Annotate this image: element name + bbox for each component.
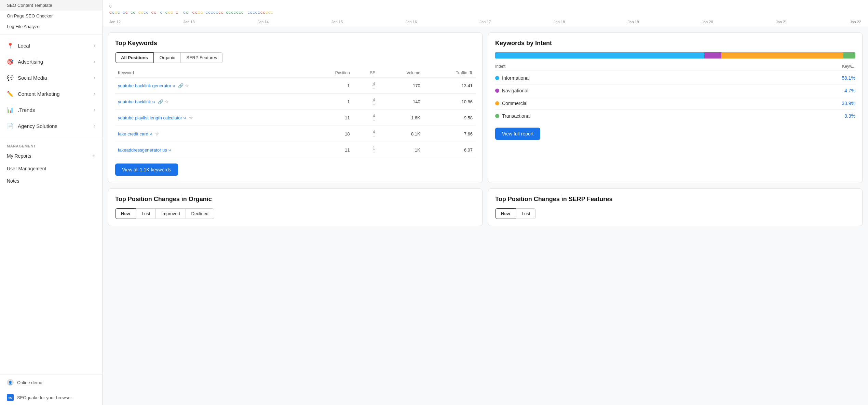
edit-icon: ✏️ — [7, 91, 14, 97]
col-sf: SF — [353, 68, 378, 78]
organic-tab-new[interactable]: New — [115, 208, 136, 219]
view-all-keywords-button[interactable]: View all 1.1K keywords — [115, 164, 178, 176]
trends-icon: 📊 — [7, 107, 14, 113]
star-icon[interactable]: ☆ — [155, 131, 159, 136]
sf-cell: 4-- — [353, 78, 378, 94]
tab-serp-features[interactable]: SERP Features — [181, 52, 223, 63]
keyword-action-icons: 🔗☆ — [158, 99, 169, 104]
sidebar-bottom: 👤 Online demo SQ SEOquake for your brows… — [0, 375, 102, 405]
add-report-icon[interactable]: + — [92, 153, 95, 159]
intent-bar — [495, 52, 855, 58]
management-section-title: MANAGEMENT — [0, 140, 102, 149]
keywords-by-intent-card: Keywords by Intent Intent Keyw... Inform… — [488, 32, 863, 183]
seoquake-icon: SQ — [7, 394, 14, 401]
table-row: fake credit card ›› ☆184--8.1K7.66 — [115, 126, 475, 142]
sf-cell: 4-- — [353, 110, 378, 126]
sidebar-item-notes[interactable]: Notes — [0, 175, 102, 187]
star-icon[interactable]: ☆ — [165, 99, 169, 104]
intent-bar-segment-commercial — [721, 52, 843, 58]
sidebar-item-social-media[interactable]: 💬 Social Media › — [0, 70, 102, 86]
sidebar-item-user-management[interactable]: User Management — [0, 162, 102, 175]
intent-pct-transactional: 3.3% — [844, 113, 855, 119]
star-icon[interactable]: ☆ — [189, 115, 193, 120]
sidebar-plain-logfile[interactable]: Log File Analyzer — [0, 21, 102, 32]
keyword-action-icons: 🔗☆ — [178, 83, 189, 88]
link-icon[interactable]: 🔗 — [178, 83, 184, 88]
intent-label-navigational: Navigational — [495, 88, 528, 93]
main-content: 0 GGGG GG CG CGCG CG G GCG G GG GGGG CCC… — [103, 0, 868, 405]
position-cell: 11 — [305, 110, 352, 126]
chevron-right-icon: › — [94, 124, 95, 129]
traffic-cell: 9.58 — [423, 110, 475, 126]
traffic-filter-icon[interactable]: ⇅ — [469, 70, 473, 75]
tab-all-positions[interactable]: All Positions — [115, 52, 154, 63]
serp-tab-new[interactable]: New — [495, 208, 516, 219]
keyword-link[interactable]: youtube backlink ›› — [118, 99, 157, 104]
keywords-table: Keyword Position SF Volume Traffic ⇅ you… — [115, 68, 475, 158]
traffic-cell: 6.07 — [423, 142, 475, 158]
intent-dot-informational — [495, 76, 499, 80]
chart-google-icons: GGGG GG CG CGCG CG G GCG G GG GGGG CCCCC… — [109, 9, 861, 18]
link-icon[interactable]: 🔗 — [158, 99, 163, 104]
sidebar-item-advertising[interactable]: 🎯 Advertising › — [0, 54, 102, 70]
sidebar-plain-onpage[interactable]: On Page SEO Checker — [0, 11, 102, 21]
chevron-right-icon: › — [94, 43, 95, 48]
volume-cell: 1K — [378, 142, 423, 158]
keyword-link[interactable]: fakeaddressgenerator us ›› — [118, 147, 173, 153]
keyword-link[interactable]: youtube playlist length calculator ›› — [118, 115, 188, 120]
volume-cell: 1.6K — [378, 110, 423, 126]
sidebar-item-local[interactable]: 📍 Local › — [0, 38, 102, 54]
intent-row-navigational: Navigational4.7% — [495, 84, 855, 97]
volume-cell: 8.1K — [378, 126, 423, 142]
document-icon: 📄 — [7, 123, 14, 129]
keywords-by-intent-title: Keywords by Intent — [495, 40, 855, 47]
sidebar-item-online-demo[interactable]: 👤 Online demo — [0, 375, 102, 390]
view-full-report-button[interactable]: View full report — [495, 128, 540, 140]
intent-dot-navigational — [495, 89, 499, 93]
col-position: Position — [305, 68, 352, 78]
keyword-link[interactable]: fake credit card ›› — [118, 131, 154, 136]
intent-row-informational: Informational58.1% — [495, 72, 855, 84]
top-keywords-title: Top Keywords — [115, 40, 475, 47]
serp-filter-tabs: New Lost — [495, 208, 855, 219]
organic-tab-declined[interactable]: Declined — [186, 208, 215, 219]
position-cell: 11 — [305, 142, 352, 158]
keyword-tabs: All Positions Organic SERP Features — [115, 52, 475, 63]
col-volume: Volume — [378, 68, 423, 78]
top-position-organic-card: Top Position Changes in Organic New Lost… — [108, 188, 483, 226]
sidebar-item-trends[interactable]: 📊 .Trends › — [0, 102, 102, 118]
sidebar-item-agency-solutions[interactable]: 📄 Agency Solutions › — [0, 118, 102, 134]
organic-tab-improved[interactable]: Improved — [156, 208, 186, 219]
intent-pct-commercial: 33.9% — [842, 101, 855, 106]
traffic-cell: 7.66 — [423, 126, 475, 142]
tab-organic[interactable]: Organic — [154, 52, 181, 63]
intent-row-transactional: Transactional3.3% — [495, 110, 855, 122]
col-traffic: Traffic ⇅ — [423, 68, 475, 78]
position-cell: 18 — [305, 126, 352, 142]
intent-bar-segment-navigational — [704, 52, 721, 58]
keyword-link[interactable]: youtube backlink generator ›› — [118, 83, 177, 88]
user-icon: 👤 — [7, 379, 14, 386]
keyword-action-icons: ☆ — [155, 131, 159, 136]
chat-icon: 💬 — [7, 75, 14, 81]
chart-area: 0 GGGG GG CG CGCG CG G GCG G GG GGGG CCC… — [103, 0, 868, 27]
top-position-serp-card: Top Position Changes in SERP Features Ne… — [488, 188, 863, 226]
traffic-cell: 13.41 — [423, 78, 475, 94]
organic-tab-lost[interactable]: Lost — [136, 208, 156, 219]
sidebar-plain-seo[interactable]: SEO Content Template — [0, 0, 102, 11]
intent-pct-informational: 58.1% — [842, 75, 855, 81]
target-icon: 🎯 — [7, 58, 14, 65]
top-position-organic-title: Top Position Changes in Organic — [115, 196, 475, 203]
chevron-right-icon: › — [94, 60, 95, 64]
intent-col-keywords: Keyw... — [842, 64, 855, 69]
keyword-action-icons: ☆ — [189, 115, 193, 120]
sidebar-item-seoquake[interactable]: SQ SEOquake for your browser — [0, 390, 102, 405]
sidebar-item-content-marketing[interactable]: ✏️ Content Marketing › — [0, 86, 102, 102]
serp-tab-lost[interactable]: Lost — [516, 208, 536, 219]
chart-axis: Jan 12 Jan 13 Jan 14 Jan 15 Jan 16 Jan 1… — [109, 18, 861, 27]
star-icon[interactable]: ☆ — [185, 83, 189, 88]
chart-zero-label: 0 — [109, 4, 861, 8]
sidebar-item-my-reports[interactable]: My Reports + — [0, 149, 102, 162]
sf-cell: 1-- — [353, 142, 378, 158]
intent-label-informational: Informational — [495, 75, 530, 81]
